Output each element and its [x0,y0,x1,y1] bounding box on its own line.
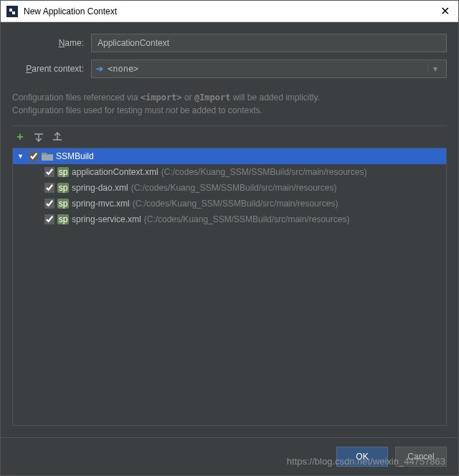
file-checkbox[interactable] [44,183,55,193]
chevron-down-icon: ▾ [427,64,442,74]
window-title: New Application Context [24,6,437,16]
svg-rect-2 [12,11,15,14]
titlebar: New Application Context ✕ [1,1,458,22]
svg-text:sp: sp [59,214,68,224]
tree-file-row[interactable]: sp spring-dao.xml (C:/codes/Kuang_SSM/SS… [13,180,446,196]
app-icon [6,6,18,17]
file-label: applicationContext.xml [72,167,158,177]
file-path: (C:/codes/Kuang_SSM/SSMBuild/src/main/re… [161,167,367,177]
tree-file-row[interactable]: sp applicationContext.xml (C:/codes/Kuan… [13,164,446,180]
name-label: Name: [12,38,91,48]
close-icon[interactable]: ✕ [437,4,453,18]
file-checkbox[interactable] [44,167,55,177]
tree-file-row[interactable]: sp spring-service.xml (C:/codes/Kuang_SS… [13,211,446,227]
dialog-content: Name: Parent context: ➔ <none> ▾ Configu… [1,22,458,437]
tree-file-row[interactable]: sp spring-mvc.xml (C:/codes/Kuang_SSM/SS… [13,196,446,211]
parent-context-value: <none> [108,64,425,74]
arrow-right-icon: ➔ [96,64,103,74]
file-path: (C:/codes/Kuang_SSM/SSMBuild/src/main/re… [144,214,350,224]
svg-rect-1 [9,9,12,11]
add-button[interactable]: + [12,129,28,145]
cancel-button[interactable]: Cancel [395,447,447,467]
file-path: (C:/codes/Kuang_SSM/SSMBuild/src/main/re… [131,183,337,193]
expand-all-button[interactable] [31,129,47,145]
ok-button[interactable]: OK [336,447,388,467]
file-checkbox[interactable] [44,199,55,209]
file-label: spring-dao.xml [72,183,128,193]
parent-context-dropdown[interactable]: ➔ <none> ▾ [91,60,447,78]
spring-config-icon: sp [57,166,69,178]
file-path: (C:/codes/Kuang_SSM/SSMBuild/src/main/re… [133,199,339,209]
tree-root-row[interactable]: ▼ SSMBuild [13,148,446,164]
svg-rect-3 [42,155,53,161]
context-tree[interactable]: ▼ SSMBuild sp applicationContext.xml (C:… [12,148,447,426]
svg-text:sp: sp [59,183,68,193]
file-checkbox[interactable] [44,214,55,224]
button-bar: OK Cancel https://blog.csdn.net/weixin_4… [1,437,458,475]
spring-config-icon: sp [57,198,69,209]
name-input[interactable] [91,34,447,52]
dialog-window: New Application Context ✕ Name: Parent c… [0,0,459,476]
parent-row: Parent context: ➔ <none> ▾ [12,60,447,78]
root-label: SSMBuild [56,151,94,161]
info-text: Configuration files referenced via <impo… [12,91,447,117]
spring-config-icon: sp [57,182,69,194]
spring-config-icon: sp [57,214,69,225]
file-label: spring-service.xml [72,214,141,224]
name-row: Name: [12,34,447,52]
folder-icon [42,151,53,162]
expand-toggle-icon[interactable]: ▼ [17,153,26,160]
collapse-all-button[interactable] [49,129,65,145]
file-label: spring-mvc.xml [72,199,130,209]
svg-text:sp: sp [59,199,68,209]
tree-toolbar: + [12,125,447,148]
svg-text:sp: sp [59,167,68,177]
root-checkbox[interactable] [29,151,39,161]
parent-label: Parent context: [12,64,91,74]
